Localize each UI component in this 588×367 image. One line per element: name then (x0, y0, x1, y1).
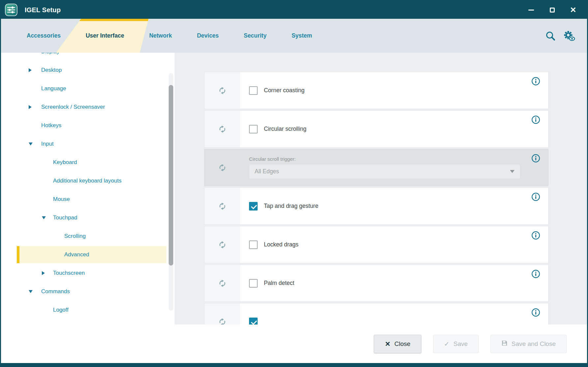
footer-save-button[interactable]: ✓ Save (433, 335, 479, 353)
sidebar-item-keyboard[interactable]: Keyboard (1, 153, 175, 172)
tab-bar: Accessories User Interface Network Devic… (1, 19, 587, 53)
clipped-checkbox[interactable] (249, 318, 264, 325)
tab-devices[interactable]: Devices (193, 19, 223, 53)
floppy-disk-icon (501, 340, 508, 348)
footer-close-button[interactable]: ✕ Close (374, 335, 421, 353)
setting-row-palm-detect: Palm detect (204, 265, 548, 302)
window-close-button[interactable]: ✕ (569, 6, 577, 14)
checkbox-box (249, 86, 258, 95)
sidebar-item-language[interactable]: Language (1, 79, 175, 98)
maximize-icon (550, 8, 555, 13)
content-area: Display Desktop Language Screenlock / Sc… (1, 53, 587, 325)
sidebar-item-screenlock-screensaver[interactable]: Screenlock / Screensaver (1, 98, 175, 116)
setting-row-corner-coasting: Corner coasting (204, 72, 548, 109)
reset-to-default-button[interactable] (205, 265, 240, 301)
reset-to-default-button[interactable] (205, 226, 240, 263)
info-button[interactable] (531, 231, 540, 241)
sidebar-item-touchscreen[interactable]: Touchscreen (1, 264, 175, 282)
info-button[interactable] (531, 308, 540, 318)
corner-coasting-checkbox[interactable]: Corner coasting (249, 86, 305, 95)
app-title: IGEL Setup (25, 6, 61, 14)
reset-to-default-button[interactable] (205, 72, 240, 109)
info-icon (531, 115, 540, 124)
info-button[interactable] (531, 115, 540, 125)
check-icon: ✓ (444, 340, 450, 348)
tab-user-interface[interactable]: User Interface (82, 19, 128, 53)
locked-drags-checkbox[interactable]: Locked drags (249, 240, 298, 249)
reset-circular-arrows-icon (217, 86, 227, 96)
reset-circular-arrows-icon (217, 163, 227, 173)
reset-to-default-button[interactable] (205, 188, 240, 224)
circular-scroll-trigger-select[interactable]: All Edges (249, 164, 520, 179)
info-icon (531, 154, 540, 163)
save-button-label: Save (454, 340, 468, 348)
reset-circular-arrows-icon (217, 201, 227, 211)
reset-circular-arrows-icon (217, 278, 227, 288)
palm-detect-checkbox[interactable]: Palm detect (249, 279, 294, 288)
info-icon (531, 269, 540, 278)
footer-action-bar: ✕ Close ✓ Save Save and Close (1, 325, 587, 363)
sidebar-item-display[interactable]: Display (1, 53, 175, 61)
tap-and-drag-gesture-checkbox[interactable]: Tap and drag gesture (249, 202, 318, 211)
tab-network[interactable]: Network (145, 19, 176, 53)
info-icon (531, 77, 540, 86)
checkbox-box (249, 279, 258, 288)
close-x-icon: ✕ (385, 340, 390, 348)
close-x-icon: ✕ (570, 6, 576, 14)
sidebar-item-advanced-selected[interactable]: Advanced (1, 245, 175, 264)
select-field-label: Circular scroll trigger: (249, 156, 520, 162)
sidebar-item-input[interactable]: Input (1, 135, 175, 153)
setup-settings-button[interactable] (563, 30, 576, 42)
gear-eye-icon (563, 30, 576, 42)
tab-actions (545, 19, 587, 53)
checkbox-label: Locked drags (264, 241, 298, 248)
igel-logo-icon (5, 4, 17, 16)
sidebar-item-desktop[interactable]: Desktop (1, 61, 175, 79)
reset-to-default-button[interactable] (205, 303, 240, 325)
tab-system[interactable]: System (288, 19, 316, 53)
sidebar-item-hotkeys[interactable]: Hotkeys (1, 116, 175, 135)
checkbox-box (249, 202, 258, 211)
reset-circular-arrows-icon (217, 124, 227, 134)
sidebar-item-touchpad[interactable]: Touchpad (1, 209, 175, 227)
checkbox-box (249, 240, 258, 249)
info-icon (531, 192, 540, 201)
sidebar-item-scrolling[interactable]: Scrolling (1, 227, 175, 245)
setting-row-circular-scrolling: Circular scrolling (204, 110, 548, 148)
sidebar-item-commands[interactable]: Commands (1, 282, 175, 301)
circular-scrolling-checkbox[interactable]: Circular scrolling (249, 125, 306, 133)
info-icon (531, 308, 540, 317)
checkbox-label: Palm detect (264, 280, 294, 287)
checkbox-label: Tap and drag gesture (264, 203, 318, 210)
setting-row-locked-drags: Locked drags (204, 226, 548, 263)
info-button[interactable] (531, 269, 540, 279)
sidebar-item-additional-keyboard-layouts[interactable]: Additional keyboard layouts (1, 172, 175, 190)
chevron-down-icon (510, 170, 515, 173)
footer-save-and-close-button[interactable]: Save and Close (490, 335, 567, 353)
setting-row-clipped (204, 303, 548, 325)
reset-circular-arrows-icon (217, 240, 227, 250)
window-maximize-button[interactable] (548, 6, 556, 14)
sidebar-scrollbar-thumb[interactable] (169, 85, 173, 266)
setting-row-circular-scroll-trigger: Circular scroll trigger: All Edges (204, 149, 548, 186)
checkbox-label: Corner coasting (264, 87, 305, 94)
reset-to-default-button[interactable] (205, 149, 240, 186)
sidebar-item-mouse[interactable]: Mouse (1, 190, 175, 209)
info-button[interactable] (531, 77, 540, 87)
checkbox-box (249, 318, 258, 325)
window-minimize-button[interactable] (527, 6, 535, 14)
info-button[interactable] (531, 192, 540, 202)
search-button[interactable] (545, 30, 556, 42)
search-icon (545, 30, 556, 42)
close-button-label: Close (394, 340, 410, 348)
sidebar-item-logoff[interactable]: Logoff (1, 301, 175, 319)
tabs: Accessories User Interface Network Devic… (23, 19, 316, 53)
setting-row-tap-and-drag-gesture: Tap and drag gesture (204, 187, 548, 225)
window-controls: ✕ (527, 6, 587, 14)
tab-accessories[interactable]: Accessories (23, 19, 65, 53)
minimize-icon (528, 10, 534, 11)
reset-to-default-button[interactable] (205, 111, 240, 147)
reset-circular-arrows-icon (217, 317, 227, 325)
info-button[interactable] (531, 154, 540, 164)
tab-security[interactable]: Security (240, 19, 270, 53)
